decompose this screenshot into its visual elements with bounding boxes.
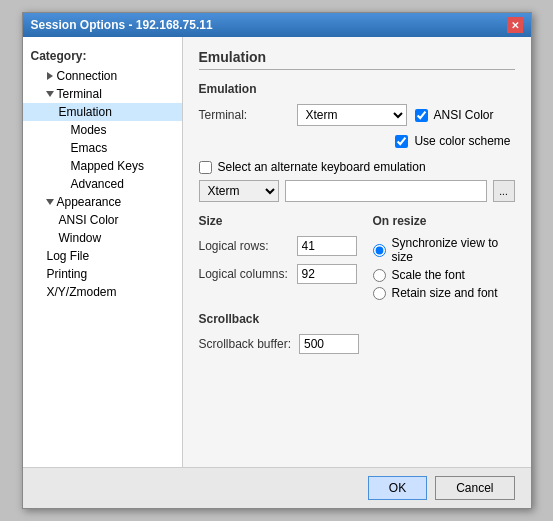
window-title: Session Options - 192.168.75.11 — [31, 18, 213, 32]
retain-size-label: Retain size and font — [392, 286, 498, 300]
sidebar-item-label: Window — [59, 231, 102, 245]
cancel-button[interactable]: Cancel — [435, 476, 514, 500]
sidebar-item-printing[interactable]: Printing — [23, 265, 182, 283]
main-panel: Emulation Emulation Terminal: Xterm VT10… — [183, 37, 531, 467]
sidebar-item-window[interactable]: Window — [23, 229, 182, 247]
sidebar-item-label: X/Y/Zmodem — [47, 285, 117, 299]
sidebar-item-xyzmodem[interactable]: X/Y/Zmodem — [23, 283, 182, 301]
retain-size-radio-input[interactable] — [373, 287, 386, 300]
on-resize-section: On resize Synchronize view to size Scale… — [373, 214, 515, 300]
alt-keyboard-label: Select an alternate keyboard emulation — [218, 160, 426, 174]
sidebar-item-label: Appearance — [57, 195, 122, 209]
size-resize-section: Size Logical rows: Logical columns: On r… — [199, 214, 515, 300]
alt-terminal-select[interactable]: Xterm — [199, 180, 279, 202]
expand-icon — [46, 199, 54, 205]
sidebar-item-ansi-color[interactable]: ANSI Color — [23, 211, 182, 229]
title-bar: Session Options - 192.168.75.11 ✕ — [23, 13, 531, 37]
sidebar-item-advanced[interactable]: Advanced — [23, 175, 182, 193]
resize-radio-group: Synchronize view to size Scale the font … — [373, 236, 515, 300]
use-color-scheme-label: Use color scheme — [414, 134, 510, 148]
sidebar-item-label: Advanced — [71, 177, 124, 191]
terminal-label: Terminal: — [199, 108, 289, 122]
sidebar: Category: Connection Terminal Emulation … — [23, 37, 183, 467]
sidebar-item-connection[interactable]: Connection — [23, 67, 182, 85]
sidebar-item-log-file[interactable]: Log File — [23, 247, 182, 265]
category-label: Category: — [23, 45, 182, 67]
section-title: Emulation — [199, 49, 515, 70]
sidebar-item-label: Modes — [71, 123, 107, 137]
size-title: Size — [199, 214, 357, 228]
ansi-color-checkbox[interactable] — [415, 109, 428, 122]
session-options-window: Session Options - 192.168.75.11 ✕ Catego… — [22, 12, 532, 509]
retain-size-radio[interactable]: Retain size and font — [373, 286, 515, 300]
sidebar-item-label: Printing — [47, 267, 88, 281]
terminal-select[interactable]: Xterm VT100 VT220 ANSI Linux — [297, 104, 407, 126]
ok-button[interactable]: OK — [368, 476, 427, 500]
scale-font-label: Scale the font — [392, 268, 465, 282]
sidebar-item-appearance[interactable]: Appearance — [23, 193, 182, 211]
logical-rows-label: Logical rows: — [199, 239, 289, 253]
use-color-scheme-checkbox[interactable] — [395, 135, 408, 148]
scrollback-buffer-input[interactable] — [299, 334, 359, 354]
sidebar-item-label: ANSI Color — [59, 213, 119, 227]
expand-icon — [46, 91, 54, 97]
sidebar-item-label: Emacs — [71, 141, 108, 155]
sidebar-item-mapped-keys[interactable]: Mapped Keys — [23, 157, 182, 175]
use-color-scheme-row[interactable]: Use color scheme — [395, 134, 510, 148]
alt-keyboard-row[interactable]: Select an alternate keyboard emulation — [199, 160, 515, 174]
alt-browse-button[interactable]: ... — [493, 180, 515, 202]
alt-select-row: Xterm ... — [199, 180, 515, 202]
sync-view-radio-input[interactable] — [373, 244, 386, 257]
sidebar-item-label: Terminal — [57, 87, 102, 101]
logical-rows-input[interactable] — [297, 236, 357, 256]
terminal-row: Terminal: Xterm VT100 VT220 ANSI Linux A… — [199, 104, 515, 126]
sidebar-item-label: Emulation — [59, 105, 112, 119]
scrollback-title: Scrollback — [199, 312, 515, 326]
close-button[interactable]: ✕ — [507, 17, 523, 33]
sidebar-item-emacs[interactable]: Emacs — [23, 139, 182, 157]
size-section: Size Logical rows: Logical columns: — [199, 214, 357, 300]
alt-keyboard-checkbox[interactable] — [199, 161, 212, 174]
sync-view-label: Synchronize view to size — [392, 236, 515, 264]
scrollback-buffer-label: Scrollback buffer: — [199, 337, 292, 351]
scrollback-buffer-row: Scrollback buffer: — [199, 334, 515, 354]
sidebar-item-emulation[interactable]: Emulation — [23, 103, 182, 121]
on-resize-title: On resize — [373, 214, 515, 228]
scale-font-radio-input[interactable] — [373, 269, 386, 282]
logical-columns-row: Logical columns: — [199, 264, 357, 284]
alt-keyboard-input[interactable] — [285, 180, 487, 202]
logical-rows-row: Logical rows: — [199, 236, 357, 256]
ansi-color-row[interactable]: ANSI Color — [415, 108, 494, 122]
sidebar-item-label: Mapped Keys — [71, 159, 144, 173]
sidebar-item-modes[interactable]: Modes — [23, 121, 182, 139]
sync-view-radio[interactable]: Synchronize view to size — [373, 236, 515, 264]
sidebar-item-label: Log File — [47, 249, 90, 263]
sidebar-item-label: Connection — [57, 69, 118, 83]
bottom-bar: OK Cancel — [23, 467, 531, 508]
scrollback-section: Scrollback Scrollback buffer: — [199, 312, 515, 354]
logical-columns-input[interactable] — [297, 264, 357, 284]
logical-columns-label: Logical columns: — [199, 267, 289, 281]
ansi-color-label: ANSI Color — [434, 108, 494, 122]
main-content: Category: Connection Terminal Emulation … — [23, 37, 531, 467]
emulation-subsection-title: Emulation — [199, 82, 515, 96]
expand-icon — [47, 72, 53, 80]
scale-font-radio[interactable]: Scale the font — [373, 268, 515, 282]
sidebar-item-terminal[interactable]: Terminal — [23, 85, 182, 103]
